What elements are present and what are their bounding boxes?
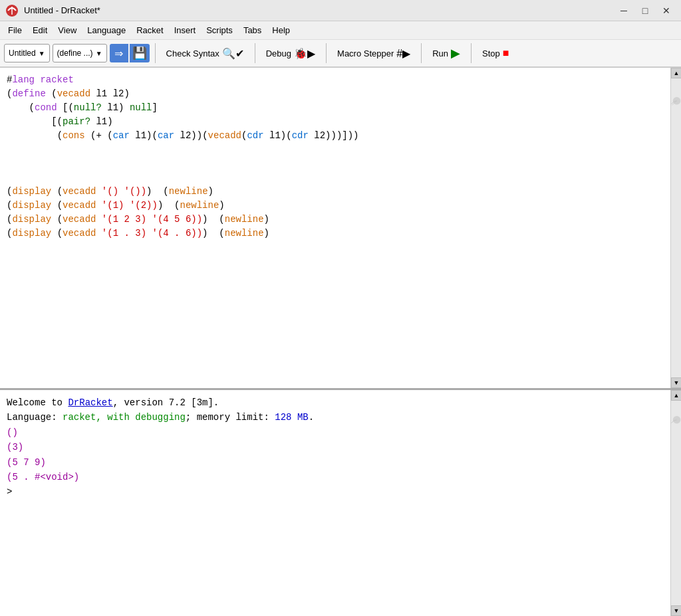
toolbar: Untitled ▼ (define ...) ▼ ⇒ 💾 Check Synt… [0, 40, 681, 68]
save-button[interactable]: 💾 [130, 44, 150, 62]
code-line-3: (cond [(null? l1) null] [7, 101, 664, 115]
repl-output-3: (5 7 9) [7, 455, 664, 470]
repl-scrollbar[interactable]: ▲ ▼ [670, 390, 681, 616]
menu-edit[interactable]: Edit [27, 24, 53, 37]
editor-pane: #lang racket (define (vecadd l1 l2) (con… [0, 68, 681, 390]
editor-scrollbar[interactable]: ▲ ▼ [670, 68, 681, 388]
macro-stepper-button[interactable]: Macro Stepper #▶ [332, 43, 416, 63]
tab-label: Untitled [9, 49, 36, 58]
repl-welcome-suffix: , version 7.2 [3m]. [113, 397, 219, 408]
repl-scroll-decoration [670, 402, 681, 442]
menu-insert[interactable]: Insert [169, 24, 202, 37]
repl-scroll-track [671, 401, 681, 605]
repl-language-value: racket, with debugging [63, 412, 186, 423]
toolbar-separator-4 [421, 43, 422, 63]
toolbar-separator-1 [155, 43, 156, 63]
code-line-4: [(pair? l1) [7, 115, 664, 129]
code-line-5: (cons (+ (car l1)(car l2))(vecadd(cdr l1… [7, 129, 664, 143]
save-button-area: ⇒ 💾 [110, 44, 150, 62]
repl-output-4: (5 . #<void>) [7, 470, 664, 484]
debug-label: Debug [266, 49, 291, 58]
code-line-8 [7, 171, 664, 185]
menu-scripts[interactable]: Scripts [201, 24, 238, 37]
menubar: File Edit View Language Racket Insert Sc… [0, 21, 681, 40]
define-dropdown[interactable]: (define ...) ▼ [53, 44, 107, 62]
scroll-decoration [670, 80, 681, 126]
repl-welcome-line: Welcome to DrRacket, version 7.2 [3m]. [7, 395, 664, 410]
menu-view[interactable]: View [53, 24, 82, 37]
repl-scroll-down-arrow-icon[interactable]: ▼ [671, 605, 681, 616]
code-line-7 [7, 157, 664, 171]
drracket-link[interactable]: DrRacket [68, 397, 112, 408]
repl-result-2: (3) [7, 442, 23, 453]
stop-icon: ■ [503, 47, 509, 59]
code-line-1: #lang racket [7, 73, 664, 87]
titlebar-controls: ─ □ ✕ [614, 3, 676, 18]
titlebar-title: Untitled - DrRacket* [24, 5, 100, 15]
repl-memory-prefix: ; memory limit: [186, 412, 275, 423]
repl-pane: Welcome to DrRacket, version 7.2 [3m]. L… [0, 390, 681, 616]
macro-stepper-icon: #▶ [396, 47, 410, 60]
back-arrow-button[interactable]: ⇒ [110, 44, 128, 62]
menu-file[interactable]: File [3, 24, 27, 37]
stop-label: Stop [482, 49, 500, 58]
repl-result-3: (5 7 9) [7, 457, 46, 468]
repl-welcome-prefix: Welcome to [7, 397, 68, 408]
menu-help[interactable]: Help [267, 24, 295, 37]
repl-result-4: (5 . #<void>) [7, 472, 79, 482]
repl-prompt-line: > [7, 484, 664, 499]
check-syntax-icon: 🔍✔ [222, 47, 244, 60]
run-icon: ▶ [451, 46, 460, 60]
macro-stepper-label: Macro Stepper [337, 49, 394, 58]
run-button[interactable]: Run ▶ [427, 43, 466, 63]
tab-dropdown[interactable]: Untitled ▼ [4, 44, 50, 62]
editor-container: #lang racket (define (vecadd l1 l2) (con… [0, 68, 681, 616]
tab-dropdown-arrow-icon: ▼ [39, 50, 45, 57]
close-button[interactable]: ✕ [657, 3, 676, 18]
debug-button[interactable]: Debug 🐞▶ [261, 43, 321, 63]
code-line-10: (display (vecadd '(1) '(2))) (newline) [7, 199, 664, 213]
menu-racket[interactable]: Racket [131, 24, 168, 37]
define-label: (define ...) [57, 49, 93, 58]
repl-scroll-up-arrow-icon[interactable]: ▲ [671, 390, 681, 401]
repl-memory-suffix: . [309, 412, 314, 423]
code-line-12: (display (vecadd '(1 . 3) '(4 . 6))) (ne… [7, 227, 664, 241]
code-line-9: (display (vecadd '() '())) (newline) [7, 185, 664, 199]
code-editor[interactable]: #lang racket (define (vecadd l1 l2) (con… [0, 68, 670, 388]
scroll-up-arrow-icon[interactable]: ▲ [671, 68, 681, 78]
titlebar-left: Untitled - DrRacket* [5, 4, 100, 17]
debug-icon: 🐞▶ [294, 47, 315, 60]
toolbar-separator-2 [255, 43, 255, 63]
repl-language-prefix: Language: [7, 412, 63, 423]
stop-button[interactable]: Stop ■ [477, 43, 514, 63]
repl-output-2: (3) [7, 440, 664, 455]
repl-output[interactable]: Welcome to DrRacket, version 7.2 [3m]. L… [0, 390, 670, 616]
scroll-down-arrow-icon[interactable]: ▼ [671, 377, 681, 388]
code-line-6 [7, 143, 664, 157]
scroll-track [671, 78, 681, 377]
menu-tabs[interactable]: Tabs [238, 24, 267, 37]
toolbar-separator-3 [326, 43, 327, 63]
check-syntax-label: Check Syntax [166, 49, 219, 58]
racket-logo-icon [5, 4, 19, 17]
menu-language[interactable]: Language [82, 24, 131, 37]
repl-language-line: Language: racket, with debugging; memory… [7, 410, 664, 425]
repl-result-1: () [7, 427, 18, 438]
code-line-2: (define (vecadd l1 l2) [7, 87, 664, 101]
minimize-button[interactable]: ─ [614, 3, 633, 18]
titlebar: Untitled - DrRacket* ─ □ ✕ [0, 0, 681, 21]
code-line-11: (display (vecadd '(1 2 3) '(4 5 6))) (ne… [7, 213, 664, 227]
run-label: Run [432, 49, 448, 58]
maximize-button[interactable]: □ [636, 3, 654, 18]
check-syntax-button[interactable]: Check Syntax 🔍✔ [161, 43, 249, 63]
repl-prompt: > [7, 486, 12, 497]
repl-output-1: () [7, 425, 664, 440]
define-dropdown-arrow-icon: ▼ [96, 50, 102, 57]
repl-memory-value: 128 MB [275, 412, 308, 423]
toolbar-separator-5 [471, 43, 472, 63]
